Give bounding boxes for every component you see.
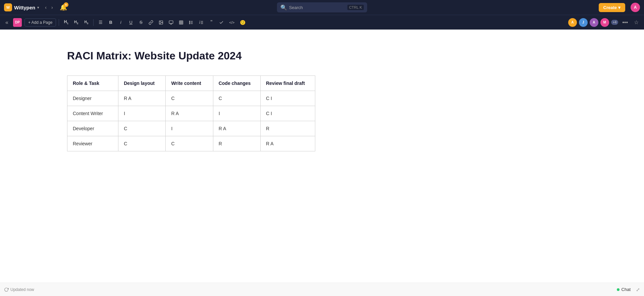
bottom-bar: Updated now Chat ⤢ xyxy=(0,283,644,296)
add-page-button[interactable]: + Add a Page xyxy=(24,18,56,27)
document-icon: DP xyxy=(13,18,22,27)
collaborator-avatar-m: M xyxy=(600,18,609,27)
svg-point-13 xyxy=(190,21,190,21)
nav-forward-button[interactable]: › xyxy=(49,3,55,11)
table-cell[interactable]: C xyxy=(166,136,213,151)
more-collaborators-badge: +4 xyxy=(611,20,618,25)
table-cell[interactable]: R A xyxy=(118,91,166,106)
table-cell[interactable]: C xyxy=(118,121,166,136)
format-underline-button[interactable]: U xyxy=(126,18,135,27)
table-cell[interactable]: C xyxy=(118,136,166,151)
search-icon: 🔍 xyxy=(280,4,287,11)
format-italic-button[interactable]: i xyxy=(116,18,125,27)
table-header-code: Code changes xyxy=(213,76,260,91)
table-cell[interactable]: R xyxy=(260,121,315,136)
table-cell[interactable]: R A xyxy=(166,106,213,121)
nav-back-button[interactable]: ‹ xyxy=(43,3,49,11)
format-table-button[interactable] xyxy=(177,18,185,27)
table-cell[interactable]: I xyxy=(213,106,260,121)
table-cell[interactable]: C xyxy=(166,91,213,106)
user-avatar[interactable]: A xyxy=(631,3,640,12)
notification-button[interactable]: 🔔 5 xyxy=(58,2,69,12)
format-align-button[interactable]: ☰ xyxy=(96,18,105,27)
app-name: Wittypen xyxy=(14,5,35,10)
format-h2-button[interactable]: H2 xyxy=(72,18,80,27)
table-header-row: Role & Task Design layout Write content … xyxy=(67,76,315,91)
table-cell[interactable]: I xyxy=(118,106,166,121)
table-row: Content WriterIR AIC I xyxy=(67,106,315,121)
table-cell[interactable]: R A xyxy=(213,121,260,136)
document-title[interactable]: RACI Matrix: Website Update 2024 xyxy=(67,50,577,62)
table-row: DeveloperCIR AR xyxy=(67,121,315,136)
collaborator-avatar-a: A xyxy=(568,18,577,27)
search-shortcut: CTRL K xyxy=(347,5,364,10)
search-input[interactable] xyxy=(289,5,345,10)
table-cell[interactable]: Reviewer xyxy=(67,136,118,151)
toolbar-divider-2 xyxy=(93,19,94,26)
expand-button[interactable]: ⤢ xyxy=(636,287,640,292)
table-cell[interactable]: Content Writer xyxy=(67,106,118,121)
table-cell[interactable]: R A xyxy=(260,136,315,151)
format-check-button[interactable] xyxy=(217,18,226,27)
more-options-button[interactable]: ••• xyxy=(620,18,630,27)
table-cell[interactable]: I xyxy=(166,121,213,136)
top-navigation: W Wittypen ▾ ‹ › 🔔 5 🔍 CTRL K Create ▾ A xyxy=(0,0,644,15)
toolbar-divider xyxy=(59,19,59,26)
chevron-down-icon: ▾ xyxy=(37,6,39,9)
format-link-button[interactable] xyxy=(147,18,155,27)
table-row: DesignerR ACCC I xyxy=(67,91,315,106)
svg-point-1 xyxy=(160,21,161,22)
table-cell[interactable]: Developer xyxy=(67,121,118,136)
chat-online-dot xyxy=(617,288,620,291)
notification-badge: 5 xyxy=(64,2,68,7)
sync-icon xyxy=(4,287,9,292)
main-content: RACI Matrix: Website Update 2024 Role & … xyxy=(0,30,644,296)
format-bullet-button[interactable] xyxy=(187,18,196,27)
raci-table: Role & Task Design layout Write content … xyxy=(67,76,315,151)
svg-rect-2 xyxy=(169,20,173,23)
svg-point-14 xyxy=(190,22,190,23)
table-header-write: Write content xyxy=(166,76,213,91)
toolbar-collaborators: A J A M +4 ••• ☆ xyxy=(568,18,641,27)
svg-rect-5 xyxy=(179,20,183,24)
editor-toolbar: « DP + Add a Page H1 H2 H3 ☰ B i U S " <… xyxy=(0,15,644,30)
format-h3-button[interactable]: H3 xyxy=(82,18,91,27)
table-header-design: Design layout xyxy=(118,76,166,91)
create-button[interactable]: Create ▾ xyxy=(599,3,625,12)
star-button[interactable]: ☆ xyxy=(632,18,641,27)
table-cell[interactable]: R xyxy=(213,136,260,151)
table-cell[interactable]: C xyxy=(213,91,260,106)
nav-arrows: ‹ › xyxy=(43,3,55,11)
svg-point-15 xyxy=(190,23,190,24)
search-bar: 🔍 CTRL K xyxy=(277,2,367,12)
format-strikethrough-button[interactable]: S xyxy=(137,18,145,27)
table-header-review: Review final draft xyxy=(260,76,315,91)
chat-button[interactable]: Chat xyxy=(617,287,631,292)
collaborator-avatar-a2: A xyxy=(590,18,598,27)
format-quote-button[interactable]: " xyxy=(207,18,216,27)
table-cell[interactable]: Designer xyxy=(67,91,118,106)
table-cell[interactable]: C I xyxy=(260,91,315,106)
table-header-role: Role & Task xyxy=(67,76,118,91)
format-bold-button[interactable]: B xyxy=(106,18,115,27)
logo-icon: W xyxy=(4,3,12,11)
table-row: ReviewerCCRR A xyxy=(67,136,315,151)
collaborator-avatar-j: J xyxy=(579,18,588,27)
format-emoji-button[interactable]: 🙂 xyxy=(238,18,248,27)
format-numbered-button[interactable] xyxy=(197,18,206,27)
sidebar-toggle-button[interactable]: « xyxy=(3,18,10,27)
chevron-down-icon: ▾ xyxy=(618,5,621,10)
format-image-button[interactable] xyxy=(157,18,165,27)
table-cell[interactable]: C I xyxy=(260,106,315,121)
app-logo[interactable]: W Wittypen ▾ xyxy=(4,3,39,11)
last-updated-status: Updated now xyxy=(4,287,34,292)
format-code-button[interactable]: </> xyxy=(227,18,236,27)
format-media-button[interactable] xyxy=(167,18,175,27)
format-h1-button[interactable]: H1 xyxy=(62,18,70,27)
